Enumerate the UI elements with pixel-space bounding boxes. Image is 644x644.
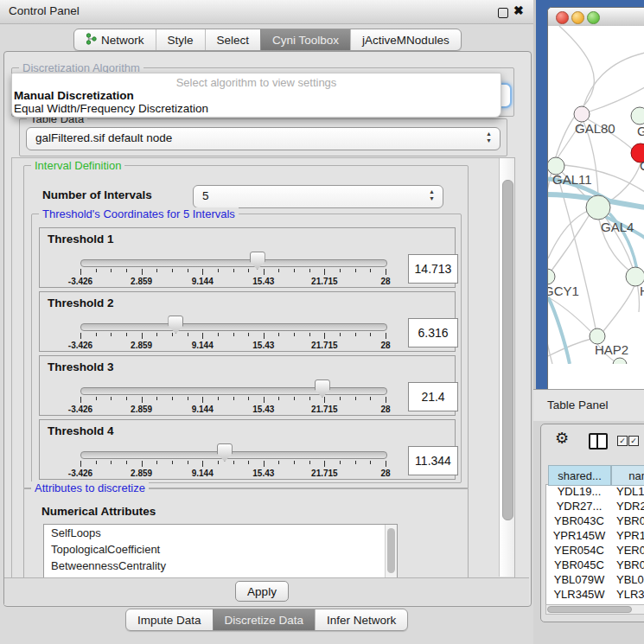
threshold-value-field[interactable]: 21.4	[408, 382, 458, 411]
horizontal-scrollbar[interactable]	[545, 604, 644, 615]
slider-tick	[264, 397, 265, 403]
network-node-label: HAP2	[595, 342, 628, 357]
slider-tick	[309, 269, 310, 272]
network-node[interactable]	[574, 106, 590, 122]
slider-tick	[309, 461, 310, 464]
slider-tick	[202, 461, 203, 467]
table-panel-titlebar: Table Panel	[533, 389, 644, 423]
network-canvas[interactable]: GAL80GACGAL11GAL4GCY1HHAP2	[548, 26, 644, 364]
apply-button[interactable]: Apply	[235, 581, 289, 602]
scrollbar-thumb[interactable]	[502, 180, 513, 520]
network-node-label: GAL80	[575, 121, 615, 136]
close-icon[interactable]: ✖	[513, 3, 524, 17]
cell-name: YDR2	[616, 500, 644, 513]
list-scrollbar[interactable]	[385, 525, 397, 578]
table-row[interactable]: YDL19...YDL1	[548, 485, 644, 500]
mac-close-icon[interactable]	[556, 11, 569, 24]
network-node[interactable]	[613, 358, 627, 364]
table-row[interactable]: YDR27...YDR2	[548, 500, 644, 514]
checkbox-icon[interactable]: ✓	[617, 436, 628, 446]
slider-tick	[370, 333, 371, 336]
tab-style[interactable]: Style	[156, 29, 205, 50]
interval-definition-group: Interval Definition Number of Intervals …	[23, 165, 469, 489]
threshold-slider-track[interactable]	[80, 323, 387, 331]
table-row[interactable]: YBL079WYBL0	[548, 573, 644, 588]
combobox-arrows-icon: ▲▼	[486, 131, 492, 144]
network-node[interactable]	[586, 195, 610, 220]
spinner-arrows-icon[interactable]: ▲▼	[429, 188, 435, 202]
number-of-intervals-spinner[interactable]: 5 ▲▼	[193, 185, 443, 208]
tab-cyni-toolbox[interactable]: Cyni Toolbox	[260, 29, 350, 50]
numerical-attributes-list[interactable]: SelfLoopsTopologicalCoefficientBetweenne…	[43, 524, 398, 579]
gear-icon[interactable]: ⚙	[555, 430, 569, 447]
float-window-icon[interactable]	[498, 8, 508, 18]
slider-tick	[156, 397, 157, 400]
control-panel-title: Control Panel	[9, 4, 80, 17]
tab-infer-network[interactable]: Infer Network	[315, 609, 407, 630]
dropdown-hint: Select algorithm to view settings	[12, 76, 501, 89]
dropdown-item-equal-width-frequency[interactable]: Equal Width/Frequency Discretization	[14, 102, 208, 115]
network-window: GAL80GACGAL11GAL4GCY1HHAP2	[547, 7, 644, 391]
tab-select[interactable]: Select	[205, 29, 261, 50]
dropdown-item-manual-discretization[interactable]: Manual Discretization	[14, 89, 134, 102]
tick-label: 21.715	[311, 469, 338, 478]
cell-name: YPR1	[616, 529, 644, 542]
network-node-label: GCY1	[548, 284, 579, 298]
scrollbar-thumb[interactable]	[547, 606, 632, 613]
vertical-scrollbar[interactable]	[499, 158, 514, 577]
threshold-slider-track[interactable]	[80, 387, 387, 395]
network-window-titlebar[interactable]	[548, 8, 644, 27]
tick-label: 28	[380, 405, 390, 414]
slider-tick	[172, 461, 173, 464]
checkbox-icon[interactable]: ✓	[628, 436, 639, 446]
tick-label: 21.715	[311, 341, 338, 350]
column-header-name[interactable]: name	[611, 465, 644, 486]
network-node-label: H	[640, 284, 644, 298]
slider-tick	[188, 333, 188, 336]
threshold-value-field[interactable]: 14.713	[408, 254, 458, 284]
slider-tick	[264, 333, 265, 339]
table-row[interactable]: YPR145WYPR1	[548, 529, 644, 544]
slider-tick	[370, 461, 371, 464]
slider-tick	[172, 269, 173, 272]
threshold-slider-track[interactable]	[80, 259, 387, 267]
tick-label: 2.859	[131, 341, 152, 350]
table-data-combobox[interactable]: galFiltered.sif default node ▲▼	[26, 127, 501, 150]
table-row[interactable]: YBR043CYBR0	[548, 514, 644, 529]
mac-zoom-icon[interactable]	[587, 11, 600, 24]
network-node[interactable]	[631, 107, 644, 124]
tick-label: 28	[380, 469, 390, 478]
table-row[interactable]: YBR045CYBR0	[548, 558, 644, 573]
slider-tick	[355, 333, 356, 336]
attribute-list-item[interactable]: TopologicalCoefficient	[44, 541, 397, 558]
tick-label: 2.859	[131, 277, 152, 286]
mac-minimize-icon[interactable]	[571, 11, 584, 24]
cell-shared-name: YBR045C	[548, 558, 610, 571]
tab-label: Cyni Toolbox	[272, 34, 339, 47]
slider-tick	[340, 269, 341, 272]
column-header-shared-name[interactable]: shared...	[548, 465, 611, 486]
attribute-list-item[interactable]: SelfLoops	[44, 525, 397, 541]
threshold-value-field[interactable]: 6.316	[408, 318, 458, 348]
tab-label: Discretize Data	[225, 614, 304, 627]
tab-label: jActiveMNodules	[362, 34, 450, 47]
cell-shared-name: YBR043C	[548, 514, 610, 527]
table-row[interactable]: YER054CYER0	[548, 544, 644, 558]
slider-tick	[355, 269, 356, 272]
cell-name: YBR0	[616, 558, 644, 571]
network-view-area: GAL80GACGAL11GAL4GCY1HHAP2	[536, 0, 644, 389]
column-layout-icon[interactable]	[589, 433, 608, 450]
tab-jactivemnodules[interactable]: jActiveMNodules	[350, 29, 461, 50]
threshold-slider-track[interactable]	[80, 451, 387, 459]
tab-discretize-data[interactable]: Discretize Data	[213, 609, 316, 630]
attribute-list-item[interactable]: BetweennessCentrality	[44, 558, 397, 574]
scrollbar-thumb[interactable]	[387, 528, 395, 573]
slider-tick	[324, 461, 325, 467]
network-node[interactable]	[548, 269, 555, 284]
threshold-value-field[interactable]: 11.344	[408, 446, 458, 475]
slider-tick	[172, 333, 173, 336]
tab-impute-data[interactable]: Impute Data	[126, 609, 213, 630]
tab-network[interactable]: Network	[74, 29, 156, 50]
number-of-intervals-label: Number of Intervals	[42, 188, 152, 201]
table-row[interactable]: YLR345WYLR3	[548, 588, 644, 603]
